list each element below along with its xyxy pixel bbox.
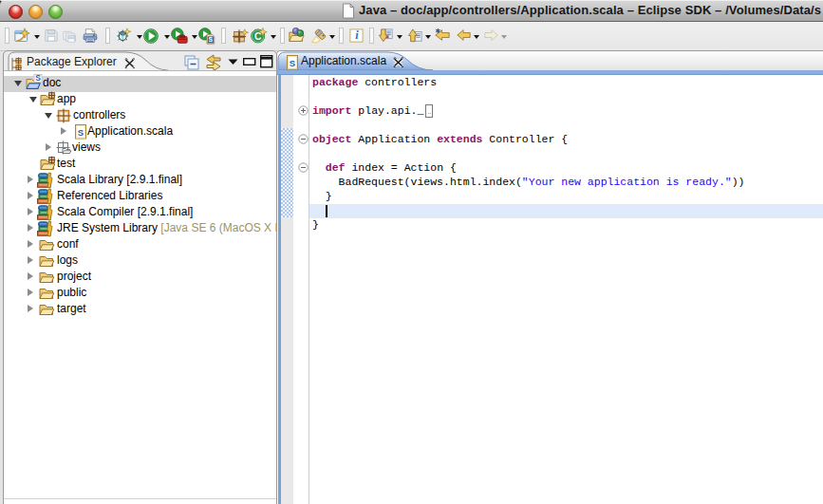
- svg-text:i: i: [355, 28, 359, 42]
- svg-text:S: S: [209, 36, 214, 43]
